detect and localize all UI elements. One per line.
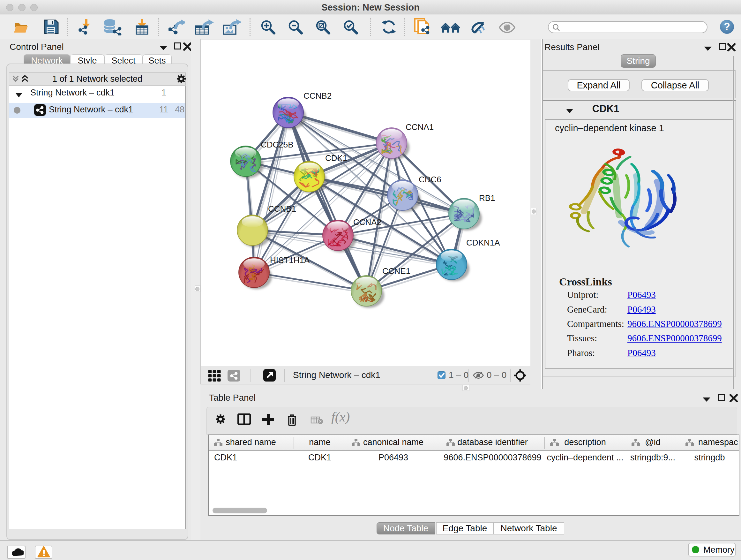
- svg-text:CDC25B: CDC25B: [261, 140, 293, 149]
- svg-text:CCNA1: CCNA1: [406, 122, 434, 132]
- svg-text:CCNB1: CCNB1: [268, 204, 296, 213]
- svg-text:HIST1H1A: HIST1H1A: [270, 255, 310, 265]
- svg-text:RB1: RB1: [479, 193, 495, 203]
- svg-text:?: ?: [724, 21, 730, 32]
- svg-text:CDKN1A: CDKN1A: [466, 238, 500, 247]
- svg-text:CDC6: CDC6: [419, 175, 441, 184]
- svg-text:CCNB2: CCNB2: [304, 91, 332, 101]
- svg-text:CDK1: CDK1: [325, 153, 347, 163]
- svg-text:CCNE1: CCNE1: [382, 266, 410, 276]
- svg-text:CCNA2: CCNA2: [353, 217, 381, 227]
